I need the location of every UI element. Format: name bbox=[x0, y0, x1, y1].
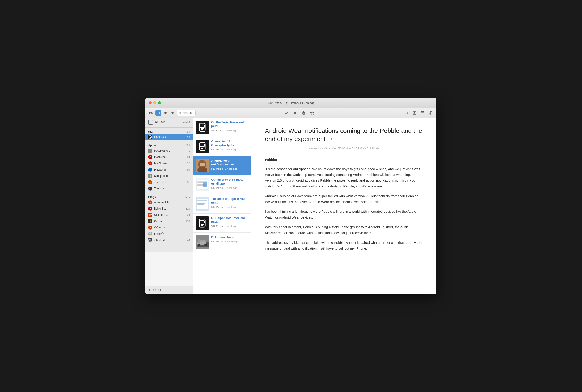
ifoapplestore-icon: i bbox=[148, 149, 152, 153]
inbox-icon[interactable] bbox=[155, 110, 161, 116]
star-action-button[interactable] bbox=[309, 110, 315, 116]
refresh-button[interactable]: ↻ bbox=[153, 288, 156, 292]
search-bar[interactable] bbox=[177, 110, 195, 116]
article-item-6[interactable]: DeLorean abuse → 512 Pixels 2 weeks ago bbox=[193, 233, 251, 252]
svg-rect-58 bbox=[197, 202, 203, 202]
add-feed-button[interactable]: + bbox=[148, 288, 151, 292]
article-time-0: 1 week ago bbox=[225, 129, 237, 132]
svg-rect-65 bbox=[201, 225, 203, 226]
sidebar-item-columbia[interactable]: CJR Columbia... 28 bbox=[145, 212, 193, 218]
sidebar-item-creme[interactable]: B Crème de... 1 bbox=[145, 224, 193, 231]
article-item-1[interactable]: Connected 18: Conceptually Sa... 512 Pix… bbox=[193, 137, 251, 156]
group-apple: Apple 314 bbox=[145, 142, 193, 148]
article-item-3[interactable]: Our favorite third-party email app... 51… bbox=[193, 175, 251, 194]
article-time-4: 1 week ago bbox=[225, 206, 237, 208]
eye-icon[interactable] bbox=[148, 110, 154, 116]
theloop-icon: 🔥 bbox=[148, 180, 152, 184]
sidebar-item-consum[interactable]: ⚡ Consum... 193 bbox=[145, 218, 193, 224]
article-item-0[interactable]: On the Serial finale and journ... 512 Pi… bbox=[193, 118, 251, 137]
all-articles-item[interactable]: ALL AR... 4,513 bbox=[145, 118, 193, 126]
toolbar-right: Aa bbox=[403, 110, 434, 116]
toolbar-center bbox=[197, 110, 401, 116]
article-view-title: Android Wear notifications coming to the… bbox=[265, 127, 423, 143]
sidebar: ALL AR... 4,513 512 14 bbox=[145, 118, 193, 252]
article-paragraph-1: Android users on our own team are super … bbox=[265, 193, 423, 204]
mark-read-button[interactable] bbox=[283, 110, 290, 116]
close-article-button[interactable] bbox=[292, 110, 298, 116]
sidebar-item-ifoapplestore[interactable]: i ifoAppleStore 1 bbox=[145, 148, 193, 154]
sidebar-divider-3 bbox=[145, 192, 193, 193]
columbia-label: Columbia... bbox=[154, 213, 185, 216]
sidebar-item-macworld[interactable]: i Macworld 95 bbox=[145, 166, 193, 173]
sidebar-item-asecretlibr[interactable]: B A Secret Libr... bbox=[145, 199, 193, 206]
share-button[interactable] bbox=[300, 110, 307, 116]
svg-text:i: i bbox=[150, 150, 150, 152]
sidebar-item-macstories[interactable]: M MacStories 22 bbox=[145, 160, 193, 166]
macworld-icon: i bbox=[148, 168, 152, 172]
svg-rect-22 bbox=[149, 123, 152, 123]
sidebar-item-themac[interactable]: The Mac... 77 bbox=[145, 186, 193, 192]
article-thumb-5 bbox=[195, 216, 209, 230]
article-source-5: 512 Pixels bbox=[211, 225, 223, 228]
asecretlibr-label: A Secret Libr... bbox=[154, 201, 188, 204]
article-time-1: 1 week ago bbox=[225, 148, 237, 151]
article-item-2[interactable]: Android Wear notifications com... 512 Pi… bbox=[193, 156, 251, 175]
sidebar-item-scooperino[interactable]: S Scooperino bbox=[145, 173, 193, 179]
ifoapplestore-label: ifoAppleStore bbox=[154, 149, 187, 152]
sidebar-item-512pixels[interactable]: 512 Pixels 14 bbox=[145, 134, 193, 140]
sidebar-item-boingb[interactable]: B Boing B... 310 bbox=[145, 206, 193, 212]
close-button[interactable] bbox=[149, 102, 152, 104]
512pixels-icon bbox=[148, 135, 152, 139]
sidebar-item-jimrom[interactable]: JIMROM JIMROM... 43 bbox=[145, 237, 193, 243]
block-view-button[interactable] bbox=[428, 110, 434, 116]
svg-rect-60 bbox=[197, 204, 204, 205]
dot-icon[interactable] bbox=[163, 110, 168, 116]
sidebar-item-theloop[interactable]: 🔥 The Loop 81 bbox=[145, 179, 193, 186]
minimize-button[interactable] bbox=[153, 102, 156, 104]
svg-rect-50 bbox=[197, 181, 207, 182]
svg-point-70 bbox=[197, 244, 200, 246]
settings-button[interactable]: ⚙ bbox=[158, 288, 161, 292]
article-thumb-1 bbox=[195, 140, 209, 153]
font-button[interactable]: Aa bbox=[403, 110, 410, 116]
article-source-2: 512 Pixels bbox=[211, 168, 223, 170]
article-meta-1: 512 Pixels 1 week ago bbox=[211, 148, 248, 151]
star-toolbar-icon[interactable] bbox=[170, 110, 176, 116]
sidebar-divider-1 bbox=[145, 127, 193, 128]
article-paragraph-0: 'Tis the season for anticipation. We cou… bbox=[265, 166, 423, 189]
article-item-4[interactable]: The state of Apple's Mac sof... 512 Pixe… bbox=[193, 194, 251, 214]
macworld-count: 95 bbox=[187, 168, 190, 171]
group-blogs-name: Blogs bbox=[148, 196, 156, 199]
svg-rect-37 bbox=[201, 128, 204, 129]
toolbar: Aa bbox=[145, 108, 437, 118]
article-title-2: Android Wear notifications com... bbox=[211, 159, 248, 166]
article-time-2: 1 week ago bbox=[225, 168, 237, 170]
sidebar-item-macrumors[interactable]: M MacRum... 38 bbox=[145, 154, 193, 160]
article-meta-6: 512 Pixels 2 weeks ago bbox=[211, 240, 248, 243]
creme-icon: B bbox=[148, 226, 152, 230]
article-title-6: DeLorean abuse → bbox=[211, 236, 248, 239]
macstories-count: 22 bbox=[187, 162, 190, 165]
search-input[interactable] bbox=[182, 111, 193, 114]
consum-icon: ⚡ bbox=[148, 219, 152, 223]
creme-count: 1 bbox=[188, 226, 190, 229]
svg-rect-47 bbox=[200, 163, 204, 166]
article-meta-2: 512 Pixels 1 week ago bbox=[211, 168, 248, 170]
list-view-button[interactable] bbox=[419, 110, 426, 116]
all-articles-label: ALL AR... bbox=[155, 120, 181, 124]
rss-button[interactable] bbox=[411, 110, 418, 116]
sidebar-item-dooce[interactable]: dooce® 11 bbox=[145, 231, 193, 237]
article-content-0: On the Serial finale and journ... 512 Pi… bbox=[211, 120, 248, 132]
group-512-name: 512 bbox=[148, 130, 153, 133]
svg-rect-3 bbox=[157, 113, 159, 113]
macrumors-count: 38 bbox=[187, 156, 190, 158]
maximize-button[interactable] bbox=[158, 102, 161, 104]
article-time-6: 2 weeks ago bbox=[225, 240, 238, 243]
main-area: ALL AR... 4,513 512 14 bbox=[145, 118, 437, 294]
group-512: 512 14 bbox=[145, 128, 193, 134]
article-time-5: 1 week ago bbox=[225, 225, 237, 228]
article-thumb-0 bbox=[195, 120, 209, 134]
article-item-5[interactable]: RSS Sponsor: FotoGone - new... 512 Pixel… bbox=[193, 214, 251, 233]
svg-rect-59 bbox=[197, 203, 205, 204]
article-content-6: DeLorean abuse → 512 Pixels 2 weeks ago bbox=[211, 236, 248, 243]
